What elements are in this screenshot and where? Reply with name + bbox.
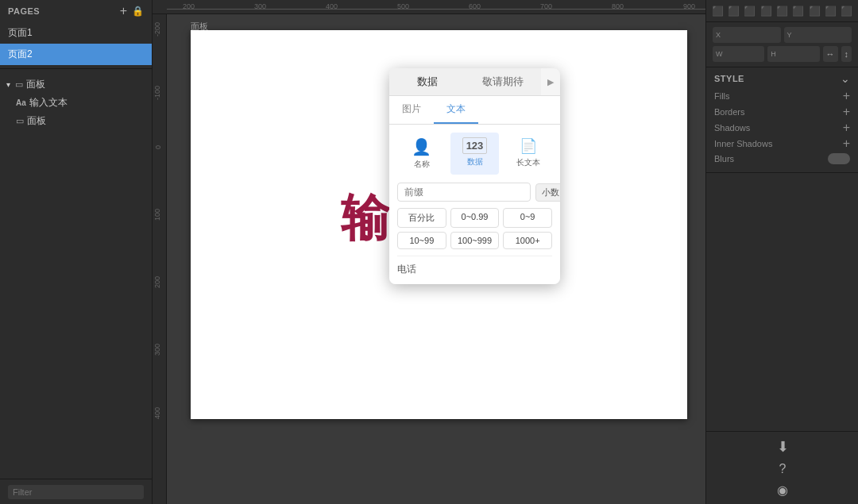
inner-shadows-label: Inner Shadows: [714, 139, 772, 148]
more-icon[interactable]: ⬛: [839, 4, 854, 18]
expand-arrow: ▾: [6, 80, 10, 89]
export-icon[interactable]: ⬇: [777, 438, 789, 456]
number-option-100-999[interactable]: 100~999: [450, 232, 500, 249]
x-label: X: [716, 31, 721, 39]
lock-icon: 🔒: [132, 6, 144, 17]
number-option-0-099[interactable]: 0~0.99: [450, 208, 500, 228]
x-input[interactable]: [722, 30, 777, 40]
data-type-longtext[interactable]: 📄 长文本: [504, 133, 552, 175]
frame2-icon: ▭: [16, 116, 24, 126]
w-label: W: [716, 50, 723, 58]
phone-label: 电话: [397, 264, 416, 275]
y-input[interactable]: [794, 30, 848, 40]
align-right-icon[interactable]: ⬛: [742, 4, 757, 18]
align-left-icon[interactable]: ⬛: [710, 4, 725, 18]
distribute-h-icon[interactable]: ⬛: [807, 4, 822, 18]
align-center-h-icon[interactable]: ⬛: [726, 4, 741, 18]
help-icon[interactable]: ?: [779, 462, 786, 476]
frame-icon: ▭: [15, 79, 23, 90]
page-item-1[interactable]: 页面1: [0, 22, 152, 44]
distribute-v-icon[interactable]: ⬛: [823, 4, 838, 18]
layer-frame-group[interactable]: ▾ ▭ 面板: [0, 75, 152, 94]
layer-text[interactable]: Aa 输入文本: [0, 94, 152, 112]
text-icon: Aa: [16, 98, 26, 107]
number-data-icon: 123: [462, 137, 488, 154]
ruler-top: 200 300 400 500 600 700 800 900 1.0: [153, 0, 705, 14]
person-icon: 👤: [412, 137, 431, 156]
layer-tree: ▾ ▭ 面板 Aa 输入文本 ▭ 面板: [0, 72, 152, 479]
filter-input[interactable]: [8, 485, 144, 499]
h-label: H: [771, 50, 776, 58]
ruler-left: -200 -100 0 100 200 300 400: [153, 14, 167, 504]
sidebar-bottom: [0, 479, 152, 504]
number-option-percent[interactable]: 百分比: [397, 208, 446, 228]
w-input[interactable]: [725, 49, 762, 59]
left-sidebar: PAGES + 🔒 页面1 页面2 ▾ ▭ 面板 Aa 输入文本 ▭: [0, 0, 153, 504]
h-input[interactable]: [778, 49, 817, 59]
data-popup: 数据 敬请期待 ▶ 图片 文本: [389, 68, 560, 284]
page-item-2[interactable]: 页面2: [0, 44, 152, 65]
popup-subtab-image[interactable]: 图片: [389, 96, 434, 124]
align-top-icon[interactable]: ⬛: [759, 4, 774, 18]
longtext-icon: 📄: [520, 137, 537, 155]
pages-title: PAGES: [8, 6, 40, 16]
decimal-badge[interactable]: 小数: [535, 183, 560, 202]
fills-label: Fills: [714, 91, 730, 101]
data-type-number[interactable]: 123 数据: [450, 133, 499, 175]
canvas-area: 200 300 400 500 600 700 800 900 1.0 -2: [153, 0, 705, 504]
align-bottom-icon[interactable]: ⬛: [790, 4, 806, 18]
blurs-label: Blurs: [714, 154, 734, 164]
number-option-10-99[interactable]: 10~99: [397, 232, 446, 249]
style-expand-button[interactable]: ⌄: [841, 72, 850, 85]
pages-actions: + 🔒: [120, 5, 144, 17]
shadows-label: Shadows: [714, 123, 750, 133]
number-option-1000plus[interactable]: 1000+: [503, 232, 552, 249]
popup-tab-coming[interactable]: 敬请期待: [466, 68, 542, 95]
inner-shadows-add-button[interactable]: +: [843, 137, 850, 150]
number-option-0-9[interactable]: 0~9: [503, 208, 552, 228]
popup-tab-arrow: ▶: [541, 68, 560, 95]
popup-tab-data[interactable]: 数据: [389, 68, 466, 95]
right-sidebar: ⬛ ⬛ ⬛ ⬛ ⬛ ⬛ ⬛ ⬛ ⬛ X Y: [705, 0, 858, 504]
data-type-person[interactable]: 👤 名称: [397, 133, 446, 175]
y-label: Y: [787, 31, 792, 39]
prefix-search-input[interactable]: [397, 183, 531, 202]
blurs-toggle[interactable]: [828, 153, 850, 164]
borders-label: Borders: [714, 107, 745, 117]
layer-frame[interactable]: ▭ 面板: [0, 112, 152, 130]
canvas-content[interactable]: 面板 输入文本 数据 敬请期待 ▶: [167, 14, 705, 504]
add-page-button[interactable]: +: [120, 5, 127, 17]
shadows-add-button[interactable]: +: [843, 121, 850, 134]
borders-add-button[interactable]: +: [843, 106, 850, 118]
style-title: STYLE: [714, 74, 744, 83]
fills-add-button[interactable]: +: [843, 90, 850, 102]
flip-h-button[interactable]: ↔: [823, 46, 838, 62]
pages-header: PAGES + 🔒: [0, 0, 152, 22]
popup-subtab-text[interactable]: 文本: [434, 96, 478, 124]
flip-v-button[interactable]: ↕: [841, 46, 852, 62]
settings-circle-icon[interactable]: ◉: [777, 483, 788, 498]
align-middle-icon[interactable]: ⬛: [775, 4, 790, 18]
